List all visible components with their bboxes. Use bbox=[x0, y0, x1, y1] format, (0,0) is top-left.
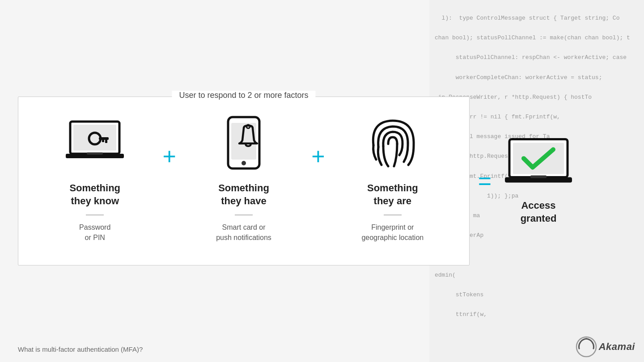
factor-have: Somethingthey have Smart card orpush not… bbox=[181, 115, 307, 243]
akamai-brand-name: Akamai bbox=[599, 341, 635, 353]
result-section: = bbox=[478, 137, 572, 225]
svg-rect-7 bbox=[87, 152, 103, 155]
svg-point-11 bbox=[242, 161, 246, 165]
result-col: Accessgranted bbox=[505, 137, 572, 225]
factor-are-subtitle: Fingerprint orgeographic location bbox=[361, 223, 424, 243]
factor-are-title: Somethingthey are bbox=[367, 182, 418, 207]
svg-rect-13 bbox=[513, 143, 564, 174]
equals-operator: = bbox=[478, 168, 491, 194]
mfa-diagram-box: User to respond to 2 or more factors bbox=[18, 97, 470, 265]
phone-bell-icon bbox=[212, 115, 275, 173]
plus-operator-2: + bbox=[307, 143, 329, 170]
factors-row: Somethingthey know Passwordor PIN + bbox=[32, 115, 456, 243]
akamai-logo-icon bbox=[576, 336, 597, 358]
laptop-key-icon bbox=[64, 115, 126, 173]
factor-have-title: Somethingthey have bbox=[218, 182, 269, 207]
svg-rect-4 bbox=[105, 140, 107, 143]
factor-know-title: Somethingthey know bbox=[69, 182, 120, 207]
factor-are: Somethingthey are Fingerprint orgeograph… bbox=[330, 115, 456, 243]
svg-rect-15 bbox=[530, 175, 547, 178]
akamai-logo: Akamai bbox=[576, 336, 635, 358]
svg-rect-5 bbox=[102, 140, 104, 142]
footer-label: What is multi-factor authentication (MFA… bbox=[18, 345, 143, 353]
factor-have-subtitle: Smart card orpush notifications bbox=[216, 223, 271, 243]
factor-have-divider bbox=[235, 215, 253, 215]
main-content: User to respond to 2 or more factors bbox=[0, 0, 474, 362]
fingerprint-icon bbox=[361, 115, 424, 173]
plus-operator-1: + bbox=[158, 143, 180, 170]
factor-know: Somethingthey know Passwordor PIN bbox=[32, 115, 158, 243]
factor-know-subtitle: Passwordor PIN bbox=[79, 223, 110, 243]
svg-rect-3 bbox=[99, 137, 109, 140]
factor-are-divider bbox=[384, 215, 402, 215]
result-title: Accessgranted bbox=[521, 199, 557, 225]
diagram-title: User to respond to 2 or more factors bbox=[172, 91, 315, 100]
factor-know-divider bbox=[86, 215, 104, 215]
svg-rect-1 bbox=[73, 125, 116, 151]
laptop-check-icon bbox=[505, 137, 572, 190]
